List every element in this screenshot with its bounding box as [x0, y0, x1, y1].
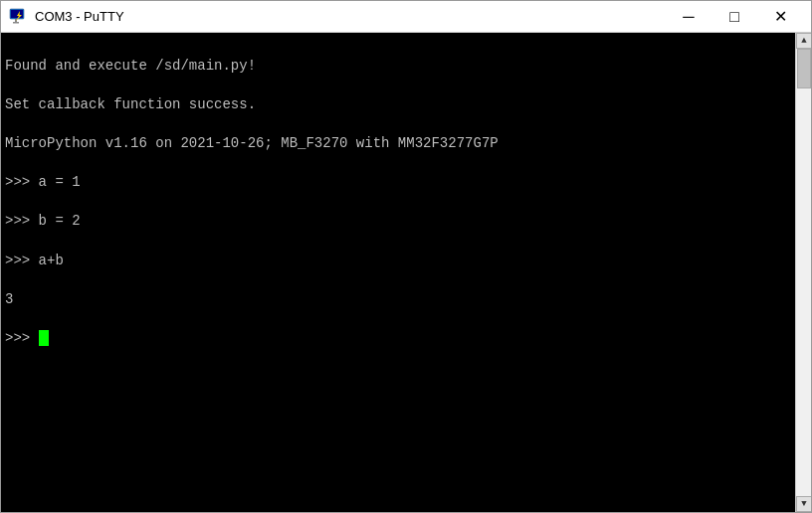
window-controls: ─ □ ✕	[666, 1, 803, 33]
terminal-line-1: Found and execute /sd/main.py!	[5, 57, 791, 77]
terminal-line-4: >>> a = 1	[5, 173, 791, 193]
svg-rect-2	[15, 19, 17, 22]
scroll-down-arrow[interactable]: ▼	[796, 496, 811, 512]
app-icon	[9, 7, 29, 27]
minimize-button[interactable]: ─	[666, 1, 711, 33]
terminal-line-7: 3	[5, 290, 791, 310]
terminal-line-8: >>>	[5, 329, 791, 349]
scroll-up-arrow[interactable]: ▲	[796, 33, 811, 49]
maximize-button[interactable]: □	[711, 1, 757, 33]
svg-rect-3	[13, 22, 19, 24]
vertical-scrollbar[interactable]: ▲ ▼	[795, 33, 811, 512]
window-title: COM3 - PuTTY	[35, 9, 666, 24]
terminal-line-6: >>> a+b	[5, 252, 791, 271]
window: COM3 - PuTTY ─ □ ✕ Found and execute /sd…	[0, 0, 812, 513]
svg-rect-1	[11, 10, 23, 18]
terminal-line-5: >>> b = 2	[5, 212, 791, 232]
terminal-cursor	[39, 330, 49, 346]
title-bar: COM3 - PuTTY ─ □ ✕	[1, 1, 811, 33]
close-button[interactable]: ✕	[757, 1, 803, 33]
terminal-line-3: MicroPython v1.16 on 2021-10-26; MB_F327…	[5, 134, 791, 154]
terminal-output[interactable]: Found and execute /sd/main.py! Set callb…	[1, 33, 795, 512]
terminal-line-2: Set callback function success.	[5, 95, 791, 115]
scrollbar-track[interactable]	[796, 49, 811, 496]
scrollbar-thumb[interactable]	[797, 49, 811, 88]
terminal-container: Found and execute /sd/main.py! Set callb…	[1, 33, 811, 512]
